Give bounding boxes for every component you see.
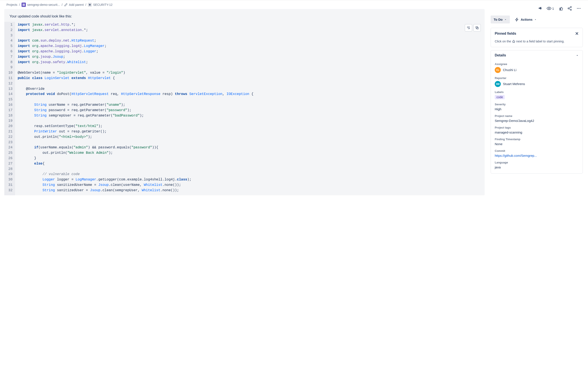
svg-point-13 [580,8,581,9]
watch-count: 1 [552,7,554,10]
svg-rect-1 [24,4,25,4]
svg-point-12 [578,8,579,9]
chevron-up-icon [576,54,579,57]
pencil-icon [64,3,68,6]
reporter-avatar: SM [495,81,501,87]
svg-point-9 [568,8,569,9]
chevron-down-icon [504,18,507,21]
pinned-fields-title: Pinned fields [495,32,516,35]
assignee-value[interactable]: CL Chushi Li [495,67,579,73]
svg-point-4 [89,4,91,6]
reporter-value[interactable]: SM Stuart Mehrens [495,81,579,87]
project-tags-label: Project tags [495,126,579,130]
project-name-value[interactable]: Semgrep-Demo/JavaLog4J [495,119,579,123]
status-label: To Do [494,18,503,21]
svg-point-10 [570,9,572,10]
details-title: Details [495,53,506,57]
project-name-label: Project name [495,114,579,119]
language-label: Language [495,161,579,165]
wrap-lines-button[interactable] [465,24,472,32]
pin-icon [512,40,515,43]
watch-button[interactable]: 1 [545,5,556,12]
more-actions-button[interactable] [575,5,583,12]
chevron-down-icon [534,18,537,21]
svg-point-11 [577,8,578,9]
breadcrumb-projects[interactable]: Projects [6,3,17,6]
svg-point-7 [548,8,550,9]
svg-rect-0 [23,4,24,4]
severity-label: Severity [495,103,579,107]
actions-dropdown[interactable]: Actions [514,16,538,23]
assignee-avatar: CL [495,67,501,73]
lightning-icon [515,18,519,22]
language-value[interactable]: java [495,165,579,169]
issue-type-icon [88,3,92,7]
severity-value[interactable]: High [495,107,579,111]
feedback-button[interactable] [536,5,544,12]
code-block: 1234567891011121314151617181920212223242… [4,22,485,195]
pinned-fields-body: Click on the next to a field label to st… [491,39,583,47]
svg-rect-3 [24,5,25,6]
reporter-label: Reporter [495,77,579,81]
finding-timestamp-value[interactable]: None [495,142,579,146]
status-dropdown[interactable]: To Do [491,16,510,23]
details-panel: Details Assignee CL Chushi Li Reporter S… [491,50,583,174]
details-header[interactable]: Details [491,50,583,60]
share-button[interactable] [566,5,574,12]
finding-timestamp-label: Finding Timestamp [495,138,579,142]
project-icon [22,2,26,7]
assignee-label: Assignee [495,63,579,67]
breadcrumb-project[interactable]: semgrep-demo-securit... [27,3,60,6]
labels-label: Labels [495,91,579,95]
close-pinned-button[interactable]: ✕ [575,31,579,36]
intro-text: Your updated code should look like this: [4,14,485,22]
svg-point-8 [570,6,572,8]
labels-value[interactable]: code [495,95,579,99]
actions-label: Actions [521,18,532,21]
svg-rect-2 [23,5,24,6]
breadcrumb-issue-key[interactable]: SECURITY-12 [93,3,112,6]
commit-value[interactable]: https://github.com/Semgrep... [495,154,579,158]
pinned-fields-panel: Pinned fields ✕ Click on the next to a f… [491,28,583,47]
breadcrumb: Projects / semgrep-demo-securit... / Add… [0,0,489,9]
vote-button[interactable] [556,5,565,12]
breadcrumb-add-parent[interactable]: Add parent [69,3,84,6]
project-tags-value[interactable]: managed-scanning [495,130,579,134]
commit-label: Commit [495,149,579,154]
copy-code-button[interactable] [473,24,481,32]
